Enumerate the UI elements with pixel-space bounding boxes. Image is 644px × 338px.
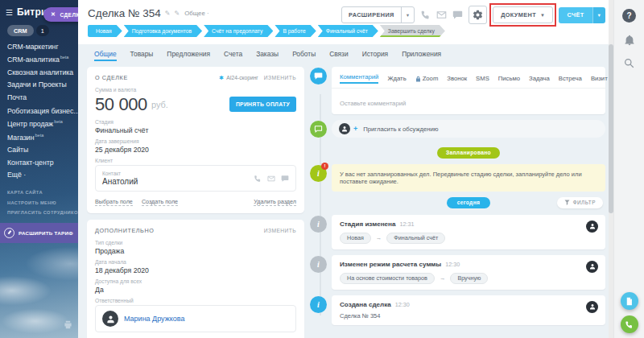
feedback-widget-button[interactable] <box>621 292 638 310</box>
upgrade-plan-button[interactable]: РАСШИРИТЬ ТАРИФ <box>0 223 78 243</box>
contact-card[interactable]: Контакт Анатолий <box>95 165 296 192</box>
responsible-card[interactable]: Марина Дружкова <box>95 305 296 332</box>
invite-employees-link[interactable]: ПРИГЛАСИТЬ СОТРУДНИКОВ <box>7 208 78 217</box>
edit-view-icon[interactable]: ✎ <box>175 10 180 17</box>
sidebar-footer-links: КАРТА САЙТА НАСТРОИТЬ МЕНЮ ПРИГЛАСИТЬ СО… <box>0 181 78 219</box>
chat-bubble-icon[interactable] <box>281 175 289 183</box>
ai-scoring-label: AI24-скоринг <box>226 75 258 80</box>
filter-button[interactable]: ФИЛЬТР <box>557 197 603 208</box>
accept-payment-button[interactable]: ПРИНЯТЬ ОПЛАТУ <box>229 97 296 112</box>
composer-tab-call[interactable]: Звонок <box>447 75 467 82</box>
tab-connections[interactable]: Связи <box>329 50 348 61</box>
view-selector-dropdown[interactable]: Общее · <box>184 10 208 17</box>
tab-applications[interactable]: Приложения <box>402 50 441 61</box>
mail-icon[interactable] <box>267 175 275 183</box>
delete-section-link[interactable]: Удалить раздел <box>254 198 296 206</box>
invite-label: Пригласить к обсуждению <box>363 126 438 133</box>
field-label: Сумма и валюта <box>95 87 296 93</box>
alert-badge: ! <box>321 163 328 170</box>
sidebar-item-crm-marketing[interactable]: CRM-маркетинг <box>7 40 78 53</box>
sidebar-item-crm[interactable]: CRM 1 <box>0 21 78 39</box>
sidebar-item-store[interactable]: Магазинbeta <box>7 130 78 143</box>
stage-in-progress[interactable]: В работе <box>275 25 316 37</box>
invite-to-discussion[interactable]: + Пригласить к обсуждению <box>332 120 605 138</box>
invoice-dropdown-icon[interactable]: ▼ <box>592 7 605 23</box>
entry-title: Изменен режим расчета суммы <box>340 261 441 268</box>
extensions-label: РАСШИРЕНИЯ <box>342 7 401 23</box>
sidebar-item-crm-analytics[interactable]: CRM-аналитикаbeta <box>7 53 78 66</box>
composer-tab-task[interactable]: Задача <box>529 75 550 82</box>
chevron-down-icon: ▼ <box>540 13 545 18</box>
sidebar-item-business-automation[interactable]: Роботизация бизнес...beta <box>7 104 78 117</box>
stage-prepayment-invoice[interactable]: Счёт на предоплату <box>204 25 273 37</box>
configure-menu-link[interactable]: НАСТРОИТЬ МЕНЮ <box>7 197 78 207</box>
composer-tab-visit[interactable]: Визит <box>591 75 608 82</box>
invoice-button[interactable]: СЧЁТ ▼ <box>559 7 605 23</box>
edit-title-icon[interactable]: ✎ <box>165 10 171 17</box>
chat-bubble-icon <box>452 10 463 20</box>
client-field: Клиент Контакт Анатолий <box>95 158 296 192</box>
responsible-field: Ответственный Марина Дружкова <box>95 298 296 332</box>
chat-button[interactable] <box>452 10 463 20</box>
sidebar-item-end-to-end-analytics[interactable]: Сквозная аналитика <box>7 66 78 79</box>
document-button[interactable]: ДОКУМЕНТ ▼ <box>493 6 553 23</box>
sidebar-item-mail[interactable]: Почта <box>7 91 78 104</box>
edit-section-link[interactable]: ИЗМЕНИТЬ <box>264 228 296 233</box>
entry-time: 12:30 <box>395 301 410 308</box>
create-field-link[interactable]: Создать поле <box>142 198 178 206</box>
contact-actions <box>254 175 289 183</box>
sidebar-item-more[interactable]: Ещё · <box>7 169 78 182</box>
edit-section-link[interactable]: ИЗМЕНИТЬ <box>264 75 296 80</box>
sum-field: Сумма и валюта 50 000 руб. ПРИНЯТЬ ОПЛАТ… <box>95 87 296 115</box>
composer-tab-email[interactable]: Письмо <box>498 75 520 82</box>
sidebar-item-sites[interactable]: Сайты <box>7 143 78 156</box>
tab-products[interactable]: Товары <box>130 50 154 61</box>
info-icon: i <box>317 300 320 309</box>
deal-chip-label: СДЕЛКА <box>60 12 78 18</box>
sitemap-link[interactable]: КАРТА САЙТА <box>7 188 78 197</box>
select-field-link[interactable]: Выбрать поле <box>95 198 133 206</box>
composer-tab-meeting[interactable]: Встреча <box>559 75 582 82</box>
hamburger-menu-icon[interactable]: ☰ <box>6 8 13 17</box>
composer-tab-sms[interactable]: SMS <box>476 75 489 82</box>
tab-invoices[interactable]: Счета <box>224 50 242 61</box>
composer-tab-comment[interactable]: Комментарий <box>340 73 378 84</box>
composer-tab-wait[interactable]: Ждать <box>387 75 406 82</box>
stage-document-preparation[interactable]: Подготовка документов <box>124 25 202 37</box>
today-badge: сегодня <box>447 197 490 208</box>
notifications-button[interactable] <box>624 35 635 46</box>
today-row: сегодня ФИЛЬТР <box>332 197 605 208</box>
timeline-entry: i Создана сделка 12:30 Сделка № 354 <box>332 295 605 325</box>
responsible-name-link[interactable]: Марина Дружкова <box>124 315 184 323</box>
print-button[interactable] <box>64 318 72 332</box>
tab-orders[interactable]: Заказы <box>256 50 279 61</box>
email-button[interactable] <box>436 10 447 20</box>
sidebar-item-contact-center[interactable]: Контакт-центр <box>7 156 78 169</box>
stage-final-invoice[interactable]: Финальный счёт <box>318 25 378 37</box>
ai-scoring-link[interactable]: ✱ AI24-скоринг <box>219 75 258 81</box>
tab-quotes[interactable]: Предложения <box>167 50 210 61</box>
help-button[interactable]: ? <box>622 9 636 23</box>
extensions-button[interactable]: РАСШИРЕНИЯ ▼ <box>341 6 415 23</box>
search-button[interactable] <box>624 58 634 68</box>
call-button[interactable] <box>420 10 431 20</box>
sidebar-item-sales-center[interactable]: Центр продажbeta <box>7 117 78 130</box>
about-deal-card: О СДЕЛКЕ ✱ AI24-скоринг ИЗМЕНИТЬ Сумма и… <box>87 67 304 213</box>
sidebar-item-tasks-projects[interactable]: Задачи и Проекты <box>7 79 78 92</box>
stage-new[interactable]: Новая <box>88 25 122 37</box>
composer-tab-zoom[interactable]: Zoom <box>415 75 439 82</box>
crm-pill[interactable]: CRM <box>7 25 34 36</box>
settings-button[interactable] <box>469 6 487 24</box>
close-icon[interactable]: ✕ <box>51 11 56 18</box>
logo-row: ☰ Битрикс 24 ✕ СДЕЛКА <box>0 0 78 21</box>
tab-history[interactable]: История <box>362 50 388 61</box>
deal-notification-chip[interactable]: ✕ СДЕЛКА <box>43 7 78 22</box>
stage-close-deal[interactable]: Завершить сделку <box>380 25 445 37</box>
tab-general[interactable]: Общие <box>94 50 117 61</box>
call-widget-button[interactable] <box>621 315 638 333</box>
tab-robots[interactable]: Роботы <box>292 50 316 61</box>
extensions-dropdown-icon[interactable]: ▼ <box>401 7 414 23</box>
phone-icon[interactable] <box>254 175 262 183</box>
comment-input[interactable] <box>340 100 597 107</box>
entry-body: Сделка № 354 <box>340 312 597 319</box>
